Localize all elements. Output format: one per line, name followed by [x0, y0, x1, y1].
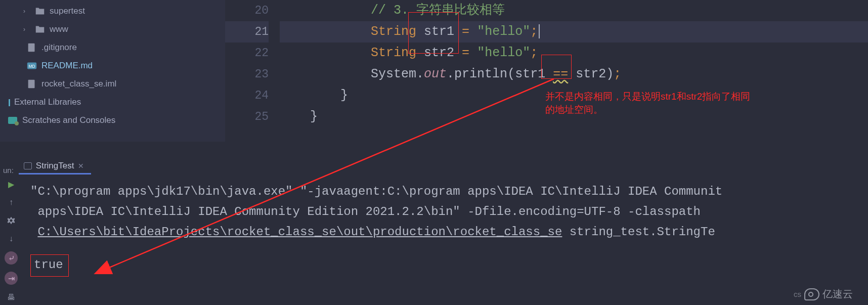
tree-label: Scratches and Consoles — [22, 115, 115, 125]
markdown-icon: MD — [26, 62, 37, 70]
console-output[interactable]: "C:\program apps\jdk17\bin\java.exe" "-j… — [30, 182, 863, 277]
line-number: 22 — [225, 42, 269, 64]
svg-rect-0 — [28, 43, 35, 52]
soft-wrap-button[interactable]: ⤶ — [5, 251, 18, 265]
run-label: un: — [3, 166, 14, 175]
line-number: 21 — [225, 21, 269, 42]
scratches-consoles[interactable]: Scratches and Consoles — [0, 111, 225, 129]
code-line: // 3. 字符串比较相等 — [280, 0, 868, 21]
tree-item-readme[interactable]: MD README.md — [0, 57, 225, 75]
rerun-button[interactable]: ▶ — [6, 179, 17, 190]
external-libraries[interactable]: ||| External Libraries — [0, 93, 225, 111]
line-number: 25 — [225, 106, 269, 127]
code-line: String str2 = "hello"; — [280, 42, 868, 64]
tree-label: .gitignore — [41, 42, 77, 53]
tree-label: rocket_class_se.iml — [41, 79, 116, 89]
line-number: 23 — [225, 64, 269, 85]
folder-icon — [34, 7, 46, 15]
tree-item-supertest[interactable]: › supertest — [0, 2, 225, 20]
libraries-icon: ||| — [8, 98, 9, 106]
chevron-right-icon: › — [23, 8, 31, 15]
cloud-logo-icon — [804, 288, 819, 300]
folder-icon — [34, 25, 46, 33]
run-tabs: un: StringTest ✕ — [0, 153, 91, 175]
text-caret — [539, 24, 540, 38]
iml-icon — [26, 80, 37, 88]
down-button[interactable]: ↓ — [6, 233, 17, 244]
annotation-text: 并不是内容相同，只是说明str1和str2指向了相同 的地址空间。 — [545, 90, 868, 116]
close-icon[interactable]: ✕ — [78, 162, 84, 170]
tree-item-gitignore[interactable]: .gitignore — [0, 38, 225, 57]
scroll-end-button[interactable]: ⇥ — [5, 272, 18, 285]
line-number: 24 — [225, 85, 269, 106]
console-line: C:\Users\bit\IdeaProjects\rocket_class_s… — [30, 222, 863, 242]
result-true: true — [30, 254, 69, 277]
chevron-right-icon: › — [23, 26, 31, 33]
svg-rect-3 — [28, 80, 35, 89]
project-tree: › supertest › www .gitignore MD README.m… — [0, 0, 225, 142]
run-tab-stringtest[interactable]: StringTest ✕ — [19, 158, 92, 175]
gitignore-icon — [26, 43, 37, 52]
tree-label: External Libraries — [14, 97, 81, 107]
tree-item-iml[interactable]: rocket_class_se.iml — [0, 75, 225, 93]
run-toolbar: ▶ ↑ ↓ ⤶ ⇥ 🖶 🗑 — [0, 179, 22, 305]
scratches-icon — [8, 117, 17, 124]
tree-label: supertest — [50, 6, 85, 16]
run-panel: un: StringTest ✕ ▶ ↑ ↓ ⤶ ⇥ 🖶 🗑 "C:\progr… — [0, 153, 868, 305]
run-config-icon — [24, 162, 32, 169]
console-line: apps\IDEA IC\IntelliJ IDEA Community Edi… — [30, 202, 863, 222]
tree-label: www — [50, 24, 68, 34]
line-gutter: 20 21 22 23 24 25 — [225, 0, 280, 137]
print-button[interactable]: 🖶 — [6, 292, 17, 303]
line-number: 20 — [225, 0, 269, 21]
up-button[interactable]: ↑ — [6, 197, 17, 208]
watermark: cs 亿速云 — [794, 287, 853, 301]
console-line: "C:\program apps\jdk17\bin\java.exe" "-j… — [30, 182, 863, 202]
console-line: true — [30, 254, 863, 277]
settings-button[interactable] — [6, 215, 17, 226]
code-line: String str1 = "hello"; — [280, 21, 868, 42]
tree-item-www[interactable]: › www — [0, 20, 225, 38]
code-line: System.out.println(str1 == str2); — [280, 64, 868, 85]
svg-text:MD: MD — [29, 64, 35, 69]
tree-label: README.md — [41, 61, 93, 71]
run-tab-label: StringTest — [36, 161, 74, 171]
